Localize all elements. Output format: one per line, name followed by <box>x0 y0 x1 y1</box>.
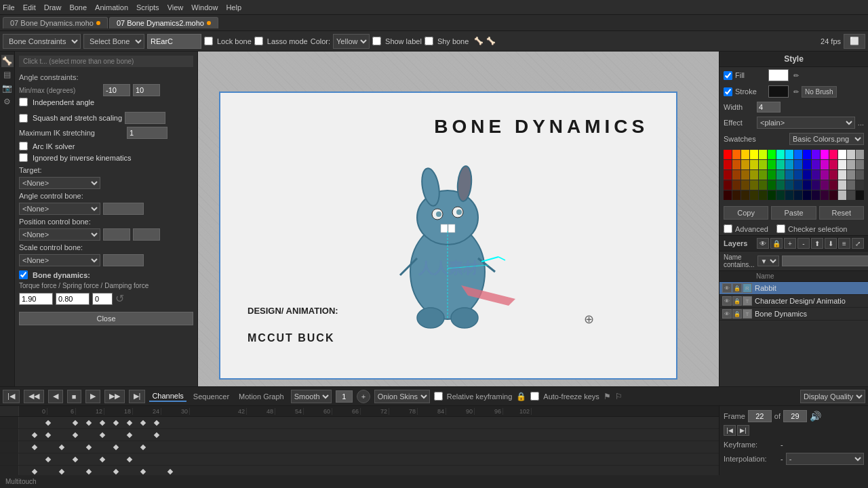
layer-lock-icon-3[interactable]: 🔒 <box>732 309 742 319</box>
keyframe-diamond[interactable] <box>32 444 37 449</box>
smooth-select[interactable]: Smooth <box>291 390 332 403</box>
copy-btn[interactable]: Copy <box>724 206 768 220</box>
swatch-cell[interactable] <box>856 170 864 180</box>
side-icon-works[interactable]: ⚙ <box>1 96 14 108</box>
swatch-cell[interactable] <box>732 180 741 190</box>
arc-ik-check[interactable] <box>19 142 28 150</box>
keyframe-diamond[interactable] <box>59 468 64 474</box>
swatch-cell[interactable] <box>794 190 802 200</box>
pos-val1[interactable] <box>103 228 130 241</box>
swatch-cell[interactable] <box>724 190 732 200</box>
next-frame-btn[interactable]: ▶ <box>85 390 100 403</box>
keyframe-diamond[interactable] <box>100 420 105 425</box>
swatch-cell[interactable] <box>829 150 837 159</box>
swatch-cell[interactable] <box>741 190 749 200</box>
total-frames-input[interactable] <box>783 410 807 422</box>
fill-edit-icon[interactable]: ✏ <box>793 72 799 79</box>
layer-lock-icon[interactable]: 🔒 <box>732 283 742 293</box>
max-degrees-input[interactable] <box>133 84 160 96</box>
lock-bone-check[interactable] <box>204 37 213 45</box>
swatch-cell[interactable] <box>812 160 820 169</box>
menu-help[interactable]: Help <box>226 3 241 12</box>
keyframe-diamond[interactable] <box>113 420 119 425</box>
swatch-cell[interactable] <box>821 190 829 200</box>
swatch-cell[interactable] <box>776 150 785 159</box>
swatch-cell[interactable] <box>785 150 793 159</box>
layer-eye-icon[interactable]: 👁 <box>722 283 732 293</box>
keyframe-diamond[interactable] <box>86 420 92 425</box>
swatch-cell[interactable] <box>750 150 758 159</box>
layer-eye-icon-3[interactable]: 👁 <box>722 309 732 319</box>
frame-input[interactable] <box>748 410 772 422</box>
swatch-cell[interactable] <box>838 190 846 200</box>
swatch-cell[interactable] <box>838 150 846 159</box>
menu-bone[interactable]: Bone <box>69 3 87 12</box>
angle-control-val[interactable] <box>103 203 144 215</box>
swatch-cell[interactable] <box>821 180 829 190</box>
swatch-cell[interactable] <box>768 170 776 180</box>
swatch-cell[interactable] <box>732 190 741 200</box>
swatch-cell[interactable] <box>768 190 776 200</box>
swatch-cell[interactable] <box>732 150 741 159</box>
position-control-select[interactable]: <None> <box>19 228 100 241</box>
keyframe-diamond[interactable] <box>140 468 146 474</box>
swatch-cell[interactable] <box>838 170 846 180</box>
play-end-btn[interactable]: ▶| <box>129 390 146 403</box>
swatch-cell[interactable] <box>750 170 758 180</box>
advanced-check[interactable] <box>724 224 732 233</box>
tool-select[interactable]: Bone Constraints <box>3 34 81 49</box>
swatch-cell[interactable] <box>759 180 767 190</box>
side-icon-layer[interactable]: ▤ <box>1 68 14 81</box>
display-quality-select[interactable]: Display Quality <box>800 390 865 403</box>
swatch-cell[interactable] <box>847 170 855 180</box>
tab-file2[interactable]: 07 Bone Dynamics2.moho <box>109 17 218 28</box>
side-icon-camera[interactable]: 📷 <box>1 82 14 94</box>
swatch-cell[interactable] <box>750 190 758 200</box>
keyframe-diamond[interactable] <box>100 456 105 462</box>
swatch-cell[interactable] <box>829 190 837 200</box>
tab-file1[interactable]: 07 Bone Dynamics.moho <box>3 17 108 28</box>
bone-dynamics-check[interactable] <box>19 270 28 279</box>
keyframe-diamond[interactable] <box>154 420 159 425</box>
swatch-cell[interactable] <box>856 150 864 159</box>
layer-eye-icon-2[interactable]: 👁 <box>722 296 732 306</box>
lasso-mode-check[interactable] <box>254 37 263 45</box>
swatch-cell[interactable] <box>856 160 864 169</box>
keyframe-diamond[interactable] <box>140 420 146 425</box>
keyframe-diamond[interactable] <box>127 432 132 437</box>
stroke-edit-icon[interactable]: ✏ <box>793 88 799 96</box>
swatch-cell[interactable] <box>856 190 864 200</box>
layers-btn-6[interactable]: ⬇ <box>825 238 837 249</box>
layers-filter-select[interactable]: ▼ <box>757 256 779 266</box>
keyframe-diamond[interactable] <box>45 420 51 425</box>
swatch-cell[interactable] <box>741 180 749 190</box>
menu-view[interactable]: View <box>167 3 184 12</box>
swatch-cell[interactable] <box>759 190 767 200</box>
layer-lock-icon-2[interactable]: 🔒 <box>732 296 742 306</box>
menu-window[interactable]: Window <box>191 3 218 12</box>
swatch-cell[interactable] <box>794 170 802 180</box>
spring-input[interactable] <box>56 293 90 305</box>
target-select[interactable]: <None> <box>19 177 100 189</box>
layers-btn-5[interactable]: ⬆ <box>811 238 823 249</box>
swatch-cell[interactable] <box>768 150 776 159</box>
fill-check[interactable] <box>724 71 732 80</box>
interpolation-select[interactable]: - <box>786 453 864 465</box>
layers-btn-1[interactable]: 👁 <box>757 238 769 249</box>
paste-btn[interactable]: Paste <box>771 206 816 220</box>
layers-expand-btn[interactable]: ⤢ <box>852 238 864 249</box>
swatch-cell[interactable] <box>724 160 732 169</box>
swatch-cell[interactable] <box>847 150 855 159</box>
keyframe-diamond[interactable] <box>140 444 146 449</box>
min-degrees-input[interactable] <box>103 84 130 96</box>
ignored-ik-check[interactable] <box>19 153 28 162</box>
swatch-cell[interactable] <box>776 160 785 169</box>
layers-filter-input[interactable] <box>782 256 868 266</box>
keyframe-diamond[interactable] <box>127 456 132 462</box>
swatch-cell[interactable] <box>794 160 802 169</box>
tab-channels[interactable]: Channels <box>149 391 186 402</box>
menu-file[interactable]: File <box>3 3 15 12</box>
pos-val2[interactable] <box>133 228 160 241</box>
keyframe-diamond[interactable] <box>113 468 119 474</box>
damping-input[interactable] <box>92 293 113 305</box>
